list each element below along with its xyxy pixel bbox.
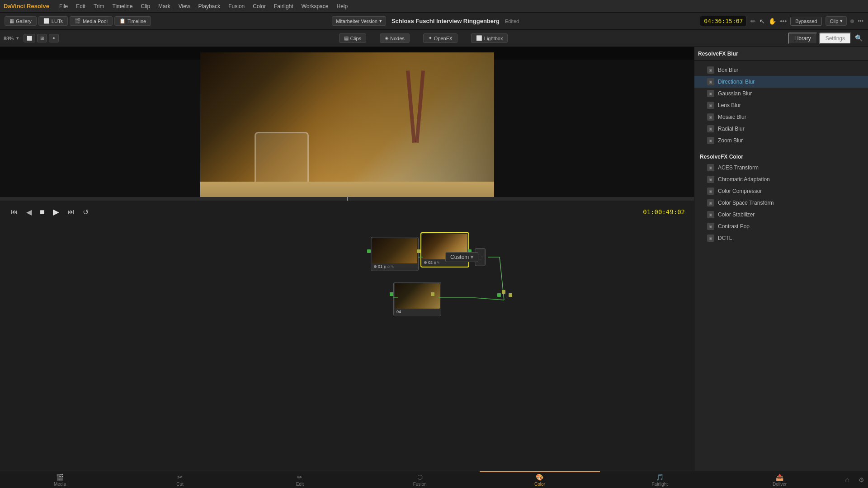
lib-item-chromatic-adaptation[interactable]: ▣ Chromatic Adaptation (694, 174, 868, 185)
color-space-icon: ▣ (707, 199, 714, 206)
openefx-tab[interactable]: ✦ OpenFX (423, 33, 458, 43)
preview-image (200, 52, 494, 218)
search-icon[interactable]: 🔍 (853, 33, 864, 44)
menu-trim[interactable]: Trim (91, 2, 107, 10)
media-pool-button[interactable]: 🎬 Media Pool (70, 16, 113, 26)
timeline-button[interactable]: 📋 Timeline (114, 16, 151, 26)
node-01-thumbnail (372, 238, 417, 263)
nav-cut[interactable]: ✂ Cut (120, 471, 240, 488)
timeline-icon: 📋 (119, 18, 126, 24)
menu-fusion[interactable]: Fusion (226, 2, 247, 10)
lib-item-color-space-transform[interactable]: ▣ Color Space Transform (694, 197, 868, 209)
luts-button[interactable]: ⬜ LUTs (38, 16, 68, 26)
nav-home-button[interactable]: ⌂ (840, 471, 855, 488)
lib-item-directional-blur[interactable]: ▣ Directional Blur (694, 76, 868, 88)
chevron-down-icon: ▾ (379, 18, 382, 24)
cut-nav-icon: ✂ (177, 474, 183, 481)
preview-tool-2[interactable]: ⊞ (37, 34, 47, 42)
nodes-icon: ◈ (385, 35, 388, 41)
nodes-view-tab[interactable]: ◈ Nodes (380, 33, 410, 43)
color-stabilizer-icon: ▣ (707, 211, 714, 218)
menu-playback[interactable]: Playback (196, 2, 223, 10)
left-panel: ⏮ ◀ ■ ▶ ⏭ ↺ 01:00:49:02 01 ▮ ⏱ ✎ (0, 47, 694, 488)
nav-fusion[interactable]: ⬡ Fusion (360, 471, 480, 488)
node-02[interactable]: 02 ▮ ✎ (420, 232, 469, 267)
clip-more-icon[interactable]: ••• (858, 18, 863, 24)
clip-selector[interactable]: Clip ▾ (826, 16, 847, 26)
secondary-toolbar: 88% ▾ ⬜ ⊞ ✦ ▤ Clips ◈ Nodes ✦ OpenFX ⬜ L… (0, 30, 868, 47)
contrast-pop-icon: ▣ (707, 223, 714, 230)
lib-item-color-compressor[interactable]: ▣ Color Compressor (694, 185, 868, 197)
lightbox-tab[interactable]: ⬜ Lightbox (471, 33, 508, 43)
cursor-icon: ↖ (760, 18, 765, 25)
bottom-nav: 🎬 Media ✂ Cut ✏ Edit ⬡ Fusion 🎨 Color 🎵 … (0, 471, 868, 488)
progress-bar[interactable] (0, 197, 694, 201)
top-toolbar: ▦ Gallery ⬜ LUTs 🎬 Media Pool 📋 Timeline… (0, 13, 868, 30)
skip-to-start-button[interactable]: ⏮ (9, 206, 20, 218)
lib-item-radial-blur[interactable]: ▣ Radial Blur (694, 123, 868, 135)
lib-item-zoom-blur[interactable]: ▣ Zoom Blur (694, 135, 868, 146)
lib-item-box-blur[interactable]: ▣ Box Blur (694, 64, 868, 76)
nav-edit[interactable]: ✏ Edit (240, 471, 360, 488)
main-content: ⏮ ◀ ■ ▶ ⏭ ↺ 01:00:49:02 01 ▮ ⏱ ✎ (0, 47, 868, 488)
blur-icon: ▣ (707, 66, 714, 74)
hand-icon: ✋ (769, 18, 776, 25)
node-04-thumbnail (395, 283, 440, 309)
step-back-button[interactable]: ◀ (24, 206, 33, 218)
bypassed-button[interactable]: Bypassed (790, 17, 822, 26)
lib-item-dctl[interactable]: ▣ DCTL (694, 232, 868, 244)
play-button[interactable]: ▶ (51, 205, 61, 219)
svg-rect-7 (367, 249, 371, 253)
version-selector[interactable]: Mitarbeiter Version ▾ (332, 16, 386, 26)
menu-view[interactable]: View (176, 2, 193, 10)
node-01[interactable]: 01 ▮ ⏱ ✎ (371, 237, 419, 271)
menu-file[interactable]: File (57, 2, 71, 10)
more-options-icon[interactable]: ••• (780, 18, 787, 25)
zoom-dropdown[interactable]: ▾ (16, 35, 19, 41)
lib-item-mosaic-blur[interactable]: ▣ Mosaic Blur (694, 111, 868, 123)
nav-fairlight[interactable]: 🎵 Fairlight (600, 471, 720, 488)
skip-to-end-button[interactable]: ⏭ (66, 206, 76, 218)
nav-deliver[interactable]: 📤 Deliver (720, 471, 840, 488)
clips-view-tab[interactable]: ▤ Clips (339, 33, 366, 43)
lib-item-lens-blur[interactable]: ▣ Lens Blur (694, 99, 868, 111)
loop-button[interactable]: ↺ (81, 206, 90, 218)
project-title: Schloss Fuschl Interview Ringgenberg (392, 18, 500, 24)
stop-button[interactable]: ■ (38, 206, 47, 219)
nav-media[interactable]: 🎬 Media (0, 471, 120, 488)
menu-help[interactable]: Help (334, 2, 350, 10)
gallery-button[interactable]: ▦ Gallery (5, 16, 37, 26)
preview-tool-1[interactable]: ⬜ (24, 34, 35, 42)
preview-tool-3[interactable]: ✦ (49, 34, 59, 42)
lib-item-aces-transform[interactable]: ▣ ACES Transform (694, 162, 868, 174)
lib-item-contrast-pop[interactable]: ▣ Contrast Pop (694, 221, 868, 232)
library-section-label: ResolveFX Blur (694, 47, 868, 61)
library-tab[interactable]: Library (788, 33, 817, 44)
nav-settings-button[interactable]: ⚙ (855, 471, 868, 488)
lib-item-color-stabilizer[interactable]: ▣ Color Stabilizer (694, 209, 868, 221)
svg-rect-12 (497, 293, 501, 297)
mosaic-blur-icon: ▣ (707, 113, 714, 121)
library-content: ▣ Box Blur ▣ Directional Blur ▣ Gaussian… (694, 61, 868, 488)
clip-chevron-icon: ▾ (840, 18, 843, 24)
clip-dot (850, 19, 854, 23)
nav-color[interactable]: 🎨 Color (480, 471, 599, 488)
menu-timeline[interactable]: Timeline (110, 2, 136, 10)
node-editor[interactable]: 01 ▮ ⏱ ✎ 02 ▮ ✎ ⬚ (0, 223, 694, 488)
menu-color[interactable]: Color (250, 2, 269, 10)
lib-item-gaussian-blur[interactable]: ▣ Gaussian Blur (694, 88, 868, 99)
settings-tab[interactable]: Settings (819, 33, 851, 44)
zoom-display: 88% (4, 36, 14, 41)
media-nav-icon: 🎬 (56, 474, 64, 481)
custom-dropdown[interactable]: Custom ▾ (445, 252, 478, 262)
svg-line-6 (475, 298, 504, 300)
menu-clip[interactable]: Clip (138, 2, 153, 10)
menu-fairlight[interactable]: Fairlight (271, 2, 296, 10)
menu-edit[interactable]: Edit (73, 2, 88, 10)
menu-workspace[interactable]: Workspace (299, 2, 331, 10)
menu-mark[interactable]: Mark (156, 2, 173, 10)
luts-icon: ⬜ (43, 18, 50, 24)
svg-line-3 (500, 257, 504, 300)
node-connections (0, 223, 694, 488)
node-04[interactable]: 04 (393, 282, 441, 316)
